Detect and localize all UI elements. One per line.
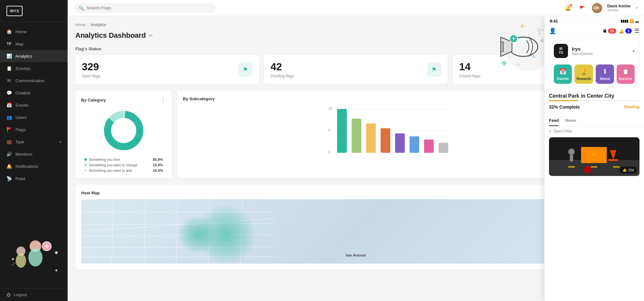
sidebar-item-feed[interactable]: 📡 Feed [0, 172, 68, 185]
svg-rect-41 [424, 140, 434, 153]
sidebar-item-flags[interactable]: 🚩 Flags [0, 123, 68, 136]
news-like-count[interactable]: 👍 256 [620, 167, 637, 173]
sidebar-item-chatbot[interactable]: 💬 Chatbot [0, 87, 68, 99]
quick-btn-events[interactable]: 📅 Events [554, 64, 572, 84]
category-chart-header: By Category ⋮ [81, 96, 166, 103]
sidebar-nav: 🏠 Home 🗺 Map 📊 Analytics 📋 Surveys ✉ Com… [0, 22, 68, 288]
donut-container: Something you love 85.9% Something you w… [81, 108, 166, 172]
user-info: Davis Kenter Director [607, 4, 631, 12]
stat-open-label: Open flags [82, 74, 100, 78]
search-bar[interactable]: 🔍 [74, 3, 216, 13]
sidebar-item-home[interactable]: 🏠 Home [0, 25, 68, 38]
app-card-header: IRYS Irys San Antonio ▾ [549, 40, 639, 62]
app-info: Irys San Antonio [572, 46, 593, 56]
home-icon: 🏠 [6, 29, 12, 34]
users-icon: 👥 [6, 115, 12, 120]
breadcrumb-separator: / [88, 23, 89, 27]
quick-btn-surveys[interactable]: 📋 Surveys [617, 64, 635, 84]
news-image[interactable]: → 👍 256 [549, 137, 639, 176]
sidebar-item-notifications[interactable]: 🔔 Notifications [0, 160, 68, 172]
edit-title-icon[interactable]: ✏ [149, 33, 153, 38]
svg-point-28 [111, 118, 136, 143]
svg-text:5: 5 [328, 129, 330, 132]
heat-spot-secondary [178, 215, 216, 254]
place-name: Central Park in Center City [549, 93, 639, 99]
svg-text:→: → [592, 152, 596, 157]
topbar-actions: 🔔 🚩 DK Davis Kenter Director ▾ [564, 3, 638, 13]
legend-item-2: Something you want to add 15.4% [84, 169, 163, 172]
svg-rect-42 [439, 143, 448, 153]
feed-icon: 📡 [6, 176, 12, 181]
sidebar-item-events[interactable]: 📅 Events [0, 99, 68, 111]
category-chart-card: By Category ⋮ [75, 91, 172, 178]
page-title: Analytics Dashboard [75, 31, 146, 40]
progress-bar-container [549, 100, 639, 101]
notifications-icon: 🔔 [6, 164, 12, 169]
progress-label: 32% Complete [549, 104, 580, 110]
communication-icon: ✉ [6, 78, 12, 83]
svg-rect-35 [337, 109, 347, 153]
svg-line-49 [144, 199, 146, 264]
sidebar-item-communication[interactable]: ✉ Communication [0, 74, 68, 87]
search-input[interactable] [87, 5, 211, 10]
legend-row: Something you love 85.9% Something you w… [81, 158, 166, 172]
city-label: San Antonio [346, 253, 366, 257]
progress-bar-fill [549, 100, 578, 101]
person-icon[interactable]: 👤 [549, 27, 556, 34]
bell-badge[interactable]: 🔔 1 [619, 28, 632, 34]
sidebar-logo: IRYS [0, 0, 68, 22]
signal-icon: ▮▮▮▮ [620, 19, 628, 23]
category-chart-title: By Category [81, 98, 106, 102]
status-badge: Pending [624, 105, 639, 109]
task-icon: 💼 [6, 139, 12, 144]
events-icon: 📅 [6, 102, 12, 108]
logout-button[interactable]: ⏻ Logout [0, 288, 68, 301]
tab-news[interactable]: News [565, 115, 576, 126]
logout-icon: ⏻ [6, 292, 11, 297]
map-icon: 🗺 [6, 41, 12, 46]
stat-open-value: 329 [82, 61, 100, 73]
pending-flag-icon: ⚑ [427, 63, 441, 77]
hamburger-icon[interactable]: ☰ [634, 27, 639, 34]
bar-chart-svg: 10 5 0 [183, 106, 598, 154]
alert-count: 1 [625, 28, 632, 34]
analytics-icon: 📊 [6, 53, 12, 59]
main-content: 🔍 🔔 🚩 DK Davis Kenter Director ▾ [68, 0, 644, 301]
monitor-badge[interactable]: 🖥 33 [602, 28, 616, 34]
flags-icon: 🚩 [6, 127, 12, 132]
sidebar-item-map[interactable]: 🗺 Map [0, 38, 68, 50]
svg-point-65 [584, 166, 592, 173]
sidebar-item-mentions[interactable]: 🔊 Mentions [0, 148, 68, 160]
events-quick-icon: 📅 [559, 68, 566, 75]
sidebar-item-task[interactable]: 💼 Task ▾ [0, 136, 68, 148]
notif-count: 33 [608, 28, 616, 34]
category-chart-menu[interactable]: ⋮ [160, 96, 166, 103]
svg-rect-64 [570, 155, 573, 161]
svg-line-50 [176, 199, 178, 264]
open-flag-icon: ⚑ [238, 63, 252, 77]
tab-feed[interactable]: Feed [549, 115, 559, 126]
quick-btn-rewards[interactable]: 🏆 Rewards [574, 64, 593, 84]
sidebar-item-analytics[interactable]: 📊 Analytics [0, 50, 68, 62]
notification-bell[interactable]: 🔔 [564, 4, 573, 13]
filter-row[interactable]: ≡ Open Filter [545, 126, 644, 136]
filter-label: Open Filter [553, 129, 572, 133]
quick-btn-about[interactable]: ℹ About [596, 64, 614, 84]
app-chevron[interactable]: ▾ [632, 48, 635, 53]
sidebar-item-users[interactable]: 👥 Users [0, 111, 68, 123]
monitor-icon: 🖥 [602, 29, 607, 34]
app-card: IRYS Irys San Antonio ▾ 📅 Events 🏆 [549, 40, 639, 87]
avatar: DK [592, 3, 602, 13]
user-dropdown-arrow[interactable]: ▾ [636, 6, 638, 10]
notification-badge [570, 4, 572, 6]
user-role: Director [607, 8, 631, 12]
svg-rect-57 [591, 166, 597, 168]
svg-rect-36 [352, 119, 361, 153]
legend-item-1: Something you want to change 15.4% [84, 163, 163, 167]
mobile-overlay: 9:41 ▮▮▮▮ 🛜 ▬ 👤 🖥 33 🔔 1 [544, 16, 644, 301]
breadcrumb-home[interactable]: Home [75, 23, 86, 27]
flag-button[interactable]: 🚩 [578, 4, 587, 13]
legend-dot-0 [84, 158, 87, 161]
sidebar-item-surveys[interactable]: 📋 Surveys [0, 62, 68, 74]
chatbot-icon: 💬 [6, 90, 12, 95]
